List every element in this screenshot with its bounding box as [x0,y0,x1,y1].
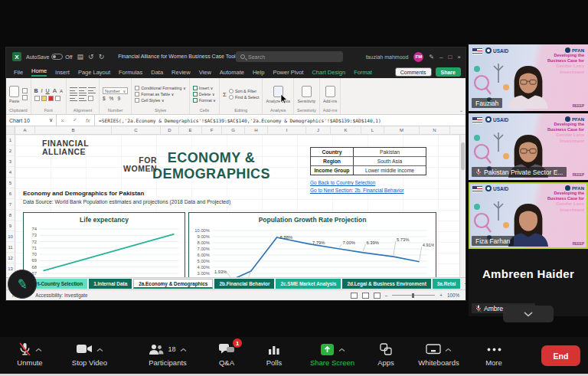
ribbon-tab-review[interactable]: Review [172,69,191,76]
sheet-tab-3a-retai[interactable]: 3a.Retai [433,279,461,289]
column-header-E[interactable]: E [179,126,202,134]
column-header-L[interactable]: L [361,126,384,134]
ribbon-group-font[interactable]: BIUAAFont [31,78,67,114]
end-meeting-button[interactable]: End [541,345,580,366]
comments-button[interactable]: Comments [395,67,432,77]
link-back-country-selection[interactable]: Go Back to Country Selection [310,180,375,185]
column-header-D[interactable]: D [161,126,179,134]
search-input[interactable]: Search [236,51,343,62]
chevron-up-icon[interactable] [338,348,345,352]
participant-tile-pakistan-private-sector-e-[interactable]: USAID PFAN Developing theBusiness Case f… [469,113,588,180]
row-header-6[interactable]: 6 [6,188,15,199]
ribbon-tab-home[interactable]: Home [31,67,47,77]
column-header-I[interactable]: I [268,126,306,134]
signed-in-user[interactable]: fauziah mahmood [366,54,409,60]
column-header-H[interactable]: H [245,126,268,134]
ribbon-group-editing[interactable]: ΣSort & FilterFind & SelectEditing [220,78,263,114]
maximize-icon[interactable]: □ [448,54,452,60]
ribbon-tab-data[interactable]: Data [151,69,163,76]
chevron-up-icon[interactable] [445,348,452,352]
ribbon-group-styles[interactable]: Conditional Formatting ∨Format as Table … [132,78,190,114]
chevron-up-icon[interactable] [180,348,187,352]
row-header-2[interactable]: 2 [6,145,15,156]
formula-content[interactable]: =SERIES(,'2a.Economy & Demographics'!$AC… [95,115,466,126]
ribbon-group-number[interactable]: Number∨$%9Number [100,78,132,114]
column-header-K[interactable]: K [331,126,361,134]
column-header-M[interactable]: M [384,126,420,134]
row-header-5[interactable]: 5 [6,178,15,188]
share-screen-button[interactable]: Share Screen [297,342,368,367]
row-header-10[interactable]: 10 [6,231,15,242]
enter-icon[interactable]: ✓ [73,117,77,123]
zoom-in-icon[interactable]: + [439,293,443,298]
vertical-scrollbar[interactable] [459,135,466,277]
sheet-tab-2c-sme-market-analysis[interactable]: 2c.SME Market Analysis [276,279,341,289]
row-header-3[interactable]: 3 [6,156,15,167]
participant-tile-fiza-farhan[interactable]: USAID PFAN Developing theBusiness Case f… [469,182,588,249]
sheet-tab-1-internal-data[interactable]: 1.Internal Data [89,279,132,289]
chevron-up-icon[interactable] [35,348,42,352]
ribbon-group-add-ins[interactable]: Add-insAdd-ins [320,78,341,114]
column-header-N[interactable]: N [420,126,450,134]
autosave-switch-icon[interactable] [51,54,63,60]
column-header-G[interactable]: G [222,126,245,134]
normal-view-icon[interactable] [351,293,358,299]
chevron-up-icon[interactable] [96,348,103,352]
page-layout-view-icon[interactable] [362,293,369,299]
row-headers[interactable]: 12345678910111213 [6,135,15,277]
share-button[interactable]: Share [436,67,461,77]
ribbon-tab-chart-design[interactable]: Chart Design [312,69,345,76]
user-avatar[interactable]: FM [413,52,423,62]
ribbon-tab-help[interactable]: Help [253,69,264,76]
name-box[interactable]: Chart 10∨ [6,115,57,126]
row-header-4[interactable]: 4 [6,167,15,178]
collapse-gallery-button[interactable] [503,306,554,322]
ribbon-tab-page-layout[interactable]: Page Layout [78,69,110,76]
whiteboards-button[interactable]: Whiteboards [404,342,473,367]
cancel-icon[interactable]: × [61,118,64,123]
ribbon-tab-file[interactable]: File [14,69,23,76]
more-button[interactable]: More [476,342,511,367]
zoom-slider[interactable] [392,295,435,296]
ribbon-group-cells[interactable]: Insert ∨Delete ∨Format ∨Cells [190,78,220,114]
column-header-B[interactable]: B [35,126,112,134]
annotate-button[interactable]: ✎ [8,270,37,299]
autosave-toggle[interactable]: AutoSave Off [26,54,73,60]
qa-button[interactable]: 1Q&A [208,342,245,367]
accessibility-status[interactable]: Accessibility: Investigate [35,293,87,298]
sheet-tab-2d-legal-business-environment[interactable]: 2d.Legal & Business Environment [342,279,430,289]
ribbon-group-clipboard[interactable]: PasteClipboard [6,78,31,114]
column-headers[interactable]: ABCDEFGHIJKLMN [6,126,466,135]
more-tabs-icon[interactable]: ⋯ [464,280,466,287]
participants-button[interactable]: 18Participants [129,342,207,367]
ribbon-tab-view[interactable]: View [199,69,211,76]
sheet-tab-2b-financial-behavior[interactable]: 2b.Financial Behavior [214,279,274,289]
row-header-12[interactable]: 12 [6,253,15,263]
ribbon-group-analysis[interactable]: Analyze DataAnalysis [263,78,294,114]
minimize-icon[interactable]: – [439,54,443,60]
draw-icon[interactable]: ✎ [429,54,434,60]
row-header-11[interactable]: 11 [6,242,15,253]
link-next-section[interactable]: Go to Next Section: 2b. Financial Behavi… [310,188,403,193]
ribbon-tab-insert[interactable]: Insert [55,69,70,76]
ribbon-tab-power-pivot[interactable]: Power Pivot [273,69,303,76]
zoom-out-icon[interactable]: – [385,293,388,298]
population-growth-chart[interactable]: Population Growth Rate Projection 10.00%… [188,212,436,277]
page-break-view-icon[interactable] [374,293,381,299]
save-icon[interactable]: ▤ [77,54,84,60]
stop-video-button[interactable]: Stop Video [57,342,122,367]
polls-button[interactable]: Polls [256,342,292,367]
column-header-J[interactable]: J [306,126,331,134]
participant-tile-fauziah[interactable]: USAID PFAN Developing theBusiness Case f… [469,44,588,111]
worksheet-grid[interactable]: ABCDEFGHIJKLMN 12345678910111213 FINANCI… [6,126,466,277]
zoom-level[interactable]: 100% [447,293,459,298]
ribbon-group-sensitivity[interactable]: SensitivitySensitivity [294,78,320,114]
close-icon[interactable]: × [457,54,461,60]
unmute-button[interactable]: Unmute [6,342,54,367]
ribbon-tab-formulas[interactable]: Formulas [119,69,142,76]
select-all-corner[interactable] [6,126,15,134]
ribbon-tab-automate[interactable]: Automate [220,69,244,76]
column-header-F[interactable]: F [202,126,222,134]
row-header-1[interactable]: 1 [6,135,15,145]
undo-icon[interactable]: ↺ [88,54,94,60]
